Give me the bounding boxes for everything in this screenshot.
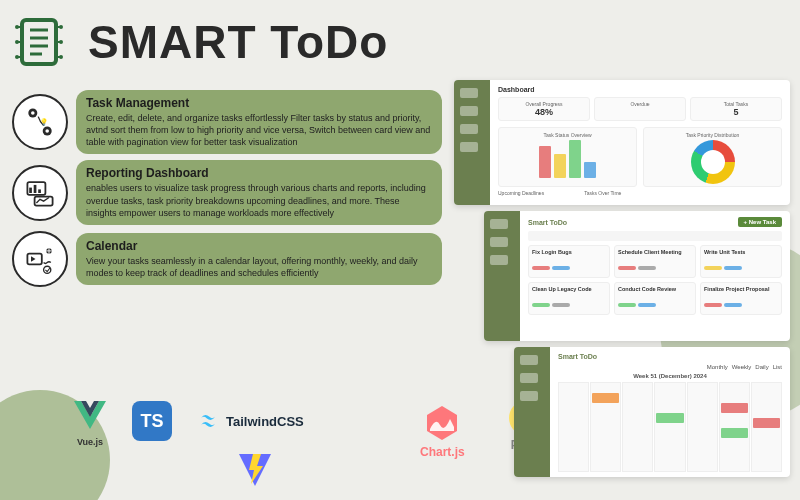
mock-title: Dashboard [498, 86, 535, 93]
cal-header: . Monthly Weekly Daily List [558, 364, 782, 370]
cal-tab: Weekly [732, 364, 752, 370]
cal-week: Week 51 (December) 2024 [633, 373, 707, 379]
new-task-button: + New Task [738, 217, 782, 227]
sidebar-item [460, 88, 478, 98]
bar [569, 140, 581, 178]
priority-pill [532, 266, 550, 270]
sidebar-item [490, 237, 508, 247]
status-pill [638, 266, 656, 270]
sidebar-item [520, 391, 538, 401]
tech-label: Vue.js [77, 437, 103, 447]
sidebar-item [490, 255, 508, 265]
reporting-icon [12, 165, 68, 221]
feature-desc: Create, edit, delete, and organize tasks… [86, 112, 432, 148]
svg-rect-24 [34, 185, 37, 193]
stat-card: Overdue [594, 97, 686, 121]
cal-event [721, 403, 748, 413]
task-title: Write Unit Tests [704, 249, 778, 255]
task-title: Clean Up Legacy Code [532, 286, 606, 292]
tech-label: TailwindCSS [226, 414, 304, 429]
feature-title: Task Management [86, 96, 432, 110]
stat-label: Overdue [598, 101, 682, 107]
donut-icon [691, 140, 735, 184]
sidebar-item [520, 373, 538, 383]
feature-task-management: 💡 Task Management Create, edit, delete, … [12, 90, 442, 154]
sidebar-item [490, 219, 508, 229]
cal-event [721, 428, 748, 438]
feature-card: Calendar View your tasks seamlessly in a… [76, 233, 442, 285]
mock-sidebar [514, 347, 550, 477]
cal-cell [751, 382, 782, 472]
sidebar-item [460, 124, 478, 134]
task-card: Fix Login Bugs [528, 245, 610, 278]
cal-event [592, 393, 619, 403]
app-title: SMART ToDo [88, 15, 388, 69]
task-card: Clean Up Legacy Code [528, 282, 610, 315]
svg-rect-23 [29, 187, 32, 192]
mockup-dashboard: Dashboard Overall Progress48% Overdue To… [454, 80, 790, 205]
feature-card: Reporting Dashboard enables users to vis… [76, 160, 442, 224]
feature-calendar: Calendar View your tasks seamlessly in a… [12, 231, 442, 287]
status-pill [552, 266, 570, 270]
status-pill [724, 266, 742, 270]
bar [584, 162, 596, 178]
priority-pill [618, 303, 636, 307]
sidebar-item [520, 355, 538, 365]
feature-desc: enables users to visualize task progress… [86, 182, 432, 218]
tech-tailwind: TailwindCSS [194, 407, 304, 435]
status-pill [552, 303, 570, 307]
sidebar-item [460, 106, 478, 116]
sidebar-item [460, 142, 478, 152]
bar [554, 154, 566, 178]
feature-reporting: Reporting Dashboard enables users to vis… [12, 160, 442, 224]
cal-cell [622, 382, 653, 472]
ts-text: TS [140, 411, 163, 432]
svg-marker-28 [31, 256, 36, 261]
cal-event [753, 418, 780, 428]
typescript-icon: TS [132, 401, 172, 441]
bar [539, 146, 551, 178]
stat-card: Total Tasks5 [690, 97, 782, 121]
chart-title: Task Priority Distribution [648, 132, 777, 138]
calendar-icon [12, 231, 68, 287]
mockup-column: Dashboard Overall Progress48% Overdue To… [454, 80, 790, 477]
bar-chart: Task Status Overview [498, 127, 637, 187]
cal-cell [654, 382, 685, 472]
mock-title: Smart ToDo [528, 219, 567, 226]
cal-tab: List [773, 364, 782, 370]
cal-grid [558, 382, 782, 472]
svg-text:💡: 💡 [40, 118, 48, 126]
feature-list: 💡 Task Management Create, edit, delete, … [12, 90, 442, 287]
stat-value: 5 [694, 107, 778, 117]
priority-pill [532, 303, 550, 307]
svg-rect-25 [38, 189, 41, 193]
feature-title: Calendar [86, 239, 432, 253]
hero: SMART ToDo [12, 12, 388, 72]
cal-cell [590, 382, 621, 472]
mock-sidebar [454, 80, 490, 205]
task-title: Fix Login Bugs [532, 249, 606, 255]
mockup-calendar: Smart ToDo . Monthly Weekly Daily List W… [514, 347, 790, 477]
status-pill [638, 303, 656, 307]
mock-sidebar [484, 211, 520, 341]
mock-footer: Tasks Over Time [584, 190, 621, 196]
task-title: Conduct Code Review [618, 286, 692, 292]
stat-card: Overall Progress48% [498, 97, 590, 121]
tailwind-icon [194, 407, 222, 435]
cal-event [656, 413, 683, 423]
mock-title: Smart ToDo [558, 353, 597, 360]
svg-rect-0 [22, 20, 56, 64]
mockup-tasks: Smart ToDo + New Task Fix Login Bugs Sch… [484, 211, 790, 341]
task-card: Finalize Project Proposal [700, 282, 782, 315]
cal-tab: Daily [755, 364, 768, 370]
svg-marker-35 [427, 406, 457, 440]
app-logo-icon [12, 12, 72, 72]
svg-point-19 [31, 111, 35, 115]
cal-cell [687, 382, 718, 472]
mock-toolbar [528, 231, 782, 241]
task-card: Write Unit Tests [700, 245, 782, 278]
feature-title: Reporting Dashboard [86, 166, 432, 180]
feature-card: Task Management Create, edit, delete, an… [76, 90, 442, 154]
mock-footer: Upcoming Deadlines [498, 190, 544, 196]
status-pill [724, 303, 742, 307]
